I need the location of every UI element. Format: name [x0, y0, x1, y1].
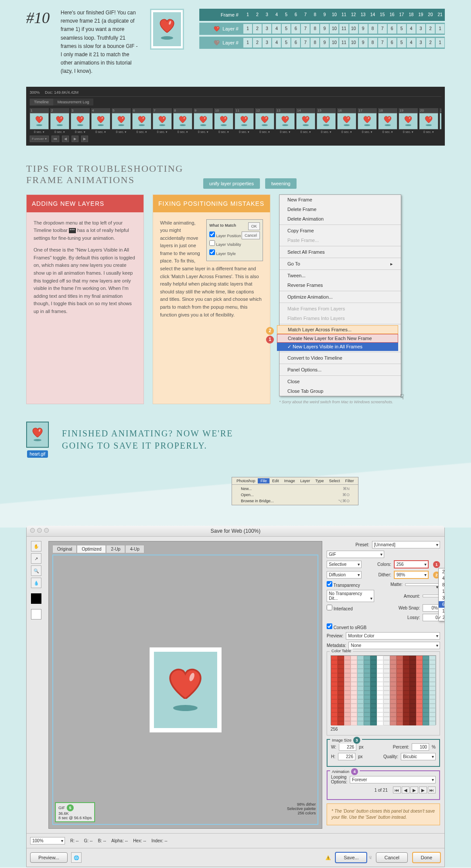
- first-frame-button[interactable]: ⏮: [51, 136, 59, 142]
- menu-item[interactable]: 2Match Layer Across Frames...: [277, 325, 398, 334]
- reduction-select[interactable]: Selective: [327, 561, 362, 568]
- timeline-frame[interactable]: 80 sec. ▾: [173, 108, 192, 134]
- colors-option[interactable]: 64: [439, 601, 445, 608]
- tab-optimized[interactable]: Optimized: [77, 545, 106, 553]
- percent-input[interactable]: 100: [412, 743, 429, 751]
- prev-frame-button[interactable]: ◀: [62, 136, 69, 142]
- background-swatch[interactable]: [31, 609, 41, 620]
- timeline-frame[interactable]: 60 sec. ▾: [132, 108, 151, 134]
- menu-item[interactable]: Panel Options...: [280, 365, 401, 374]
- websnap-input[interactable]: 0%: [423, 604, 440, 612]
- menubar-item[interactable]: File: [258, 478, 270, 483]
- play-button[interactable]: ▶: [410, 786, 418, 793]
- slice-tool[interactable]: ↗: [31, 553, 41, 564]
- format-select[interactable]: GIF: [327, 551, 384, 558]
- menu-item[interactable]: Reverse Frames: [280, 280, 401, 290]
- menu-item[interactable]: Convert to Video Timeline: [280, 353, 401, 363]
- footer-zoom[interactable]: 100%: [30, 837, 65, 844]
- tab-measurement-log[interactable]: Measurement Log: [53, 99, 94, 106]
- prev-frame-button[interactable]: ◀: [402, 786, 410, 793]
- minimize-icon[interactable]: [37, 528, 42, 533]
- colors-option[interactable]: 256: [439, 614, 445, 621]
- menu-item[interactable]: 1Create New Layer for Each New Frame: [277, 334, 398, 343]
- timeline-frame[interactable]: 110 sec. ▾: [235, 108, 254, 134]
- menu-item[interactable]: Make Frames From Layers: [280, 304, 401, 313]
- timeline-frame[interactable]: 180 sec. ▾: [378, 108, 397, 134]
- next-frame-button[interactable]: ▶: [81, 136, 88, 142]
- transparency-checkbox[interactable]: [327, 581, 332, 587]
- browser-icon[interactable]: 🌐: [71, 852, 82, 863]
- timeline-frame[interactable]: 50 sec. ▾: [112, 108, 131, 134]
- timeline-frame[interactable]: 120 sec. ▾: [255, 108, 274, 134]
- menu-item[interactable]: Browse in Bridge...⌥⌘O: [232, 498, 358, 504]
- colors-option[interactable]: 4: [439, 575, 445, 582]
- colors-option[interactable]: 16: [439, 588, 445, 595]
- height-input[interactable]: 226: [338, 753, 355, 760]
- dither-input[interactable]: 98%: [394, 571, 429, 579]
- menu-item[interactable]: ✓ New Layers Visible in All Frames: [277, 343, 398, 351]
- quality-select[interactable]: Bicubic: [401, 753, 436, 760]
- timeline-zoom[interactable]: 300%: [30, 90, 40, 95]
- tab-timeline[interactable]: Timeline: [30, 99, 53, 106]
- foreground-swatch[interactable]: [31, 593, 41, 604]
- menu-item[interactable]: Copy Frame: [280, 226, 401, 235]
- last-frame-button[interactable]: ⏭: [428, 786, 436, 793]
- cancel-button[interactable]: Cancel: [376, 852, 407, 863]
- menu-item[interactable]: Delete Frame: [280, 204, 401, 214]
- layer-style-checkbox[interactable]: [209, 249, 215, 255]
- done-button[interactable]: Done: [412, 852, 441, 863]
- save-button[interactable]: Save...: [335, 852, 367, 863]
- menu-item[interactable]: Paste Frame...: [280, 235, 401, 245]
- trans-dither-select[interactable]: No Transparency Dit...: [327, 590, 374, 602]
- layer-position-checkbox[interactable]: [209, 231, 215, 237]
- colors-option[interactable]: 2: [439, 568, 445, 575]
- menubar-item[interactable]: Photoshop: [234, 478, 258, 483]
- layer-visibility-checkbox[interactable]: [209, 240, 215, 246]
- preview-button[interactable]: Preview...: [30, 852, 68, 863]
- timeline-frame[interactable]: 190 sec. ▾: [399, 108, 418, 134]
- preset-select[interactable]: [Unnamed]: [372, 541, 440, 548]
- menu-item[interactable]: Flatten Frames Into Layers: [280, 313, 401, 323]
- srgb-checkbox[interactable]: [327, 623, 332, 629]
- metadata-select[interactable]: None: [348, 642, 440, 649]
- tab-4up[interactable]: 4-Up: [125, 545, 144, 553]
- timeline-frame[interactable]: 40 sec. ▾: [91, 108, 110, 134]
- menu-item[interactable]: Go To▸: [280, 259, 401, 269]
- timeline-frame[interactable]: 210 sec. ▾: [440, 108, 441, 134]
- matte-select[interactable]: [405, 583, 440, 586]
- width-input[interactable]: 226: [339, 743, 356, 751]
- amount-input[interactable]: [423, 595, 440, 597]
- colors-select[interactable]: 256: [394, 560, 429, 568]
- timeline-frame[interactable]: 130 sec. ▾: [276, 108, 295, 134]
- menubar-item[interactable]: Type: [313, 478, 327, 483]
- cancel-button[interactable]: Cancel: [242, 231, 260, 239]
- close-icon[interactable]: [30, 528, 35, 533]
- timeline-frame[interactable]: 200 sec. ▾: [419, 108, 438, 134]
- menu-item[interactable]: Tween...: [280, 271, 401, 280]
- interlaced-checkbox[interactable]: [327, 605, 332, 610]
- looping-select[interactable]: Forever: [350, 776, 436, 783]
- menu-item[interactable]: Close Tab Group: [280, 386, 401, 396]
- ok-button[interactable]: OK: [248, 222, 260, 230]
- timeline-frame[interactable]: 90 sec. ▾: [194, 108, 213, 134]
- menu-item[interactable]: New Frame: [280, 195, 401, 204]
- menu-item[interactable]: Optimize Animation...: [280, 292, 401, 302]
- next-frame-button[interactable]: ▶: [419, 786, 427, 793]
- menubar-item[interactable]: Image: [281, 478, 297, 483]
- lossy-input[interactable]: 0: [423, 614, 440, 621]
- timeline-frame[interactable]: 30 sec. ▾: [71, 108, 90, 134]
- menubar-item[interactable]: Edit: [270, 478, 282, 483]
- timeline-frame[interactable]: 140 sec. ▾: [296, 108, 315, 134]
- eyedropper-tool[interactable]: 💧: [31, 578, 41, 588]
- menubar-item[interactable]: Layer: [297, 478, 313, 483]
- timeline-frame[interactable]: 20 sec. ▾: [50, 108, 69, 134]
- colors-option[interactable]: 8: [439, 582, 445, 588]
- zoom-icon[interactable]: [44, 528, 49, 533]
- tab-original[interactable]: Original: [52, 545, 77, 553]
- menubar-item[interactable]: Filter: [342, 478, 356, 483]
- tab-2up[interactable]: 2-Up: [106, 545, 125, 553]
- colors-option[interactable]: 128: [439, 608, 445, 614]
- first-frame-button[interactable]: ⏮: [393, 786, 401, 793]
- play-button[interactable]: ▶: [72, 136, 78, 142]
- timeline-frame[interactable]: 150 sec. ▾: [317, 108, 336, 134]
